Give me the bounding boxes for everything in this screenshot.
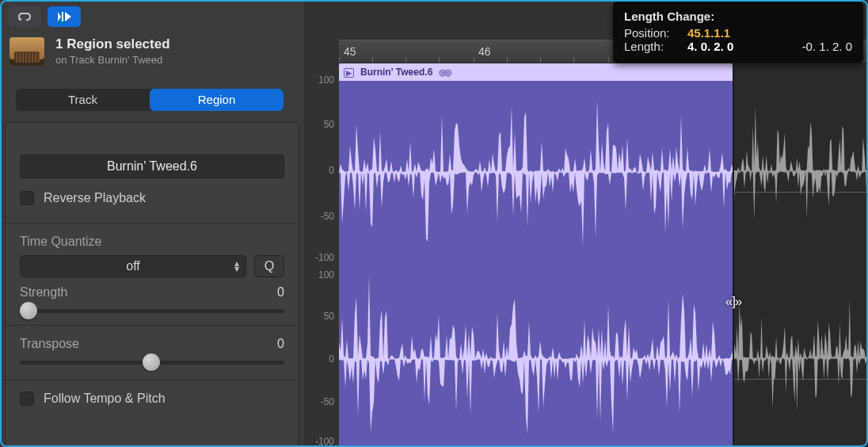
reverse-playback-checkbox[interactable]: [20, 191, 34, 205]
cycle-button[interactable]: [8, 6, 41, 27]
stereo-icon: [439, 67, 450, 78]
tab-track[interactable]: Track: [16, 89, 150, 111]
tooltip-position-label: Position:: [624, 26, 687, 40]
inspector-tabs: Track Region: [16, 89, 284, 111]
tooltip-length-label: Length:: [624, 40, 687, 53]
follow-tempo-label: Follow Tempo & Pitch: [44, 392, 166, 406]
tooltip-length-value: 4. 0. 2. 0: [687, 40, 733, 53]
time-quantize-popup[interactable]: off ▴▾: [20, 255, 246, 277]
transpose-label: Transpose: [20, 337, 79, 351]
quantize-button[interactable]: Q: [254, 255, 284, 277]
region-name: Burnin' Tweed.6: [360, 67, 432, 78]
tooltip-title: Length Change:: [624, 10, 852, 23]
audio-region-trimmed[interactable]: [733, 83, 868, 447]
strength-value[interactable]: 0: [277, 285, 284, 300]
transpose-slider[interactable]: [20, 353, 284, 372]
audio-region-selected[interactable]: Burnin' Tweed.6: [339, 63, 733, 447]
transpose-thumb[interactable]: [143, 353, 160, 371]
waveform-left: [339, 81, 733, 263]
waveform-left-dim: [733, 101, 868, 283]
ruler-bar: 45: [344, 45, 356, 58]
cycle-icon: [15, 11, 34, 22]
waveform-right-dim: [733, 288, 868, 447]
length-change-tooltip: Length Change: Position: 45.1.1.1 Length…: [613, 2, 863, 63]
region-name-field[interactable]: Burnin' Tweed.6: [20, 155, 284, 178]
time-quantize-value: off: [126, 259, 140, 273]
time-quantize-label: Time Quantize: [20, 235, 284, 249]
tooltip-position-value: 45.1.1.1: [687, 26, 730, 40]
waveform-right: [339, 268, 733, 447]
region-play-icon: [344, 67, 354, 78]
ruler-bar: 46: [478, 45, 491, 58]
inspector-title: 1 Region selected: [55, 36, 170, 52]
amplitude-scale: 100 50 0 -50 -100 100 50 0 -50 -100: [304, 63, 339, 447]
tooltip-delta-value: -0. 1. 2. 0: [802, 40, 852, 53]
tab-region[interactable]: Region: [150, 89, 284, 111]
catch-playhead-button[interactable]: [48, 6, 81, 27]
region-header[interactable]: Burnin' Tweed.6: [339, 63, 733, 81]
strength-slider[interactable]: [20, 301, 284, 320]
transpose-value[interactable]: 0: [277, 337, 284, 351]
inspector-subtitle: on Track Burnin' Tweed: [55, 54, 170, 66]
strength-label: Strength: [20, 285, 67, 300]
region-boundary[interactable]: [733, 63, 734, 447]
catch-playhead-icon: [55, 10, 73, 23]
chevron-updown-icon: ▴▾: [234, 261, 239, 272]
strength-thumb[interactable]: [20, 302, 37, 319]
track-icon: [10, 37, 44, 66]
follow-tempo-checkbox[interactable]: [20, 392, 34, 406]
reverse-playback-label: Reverse Playback: [44, 191, 146, 205]
